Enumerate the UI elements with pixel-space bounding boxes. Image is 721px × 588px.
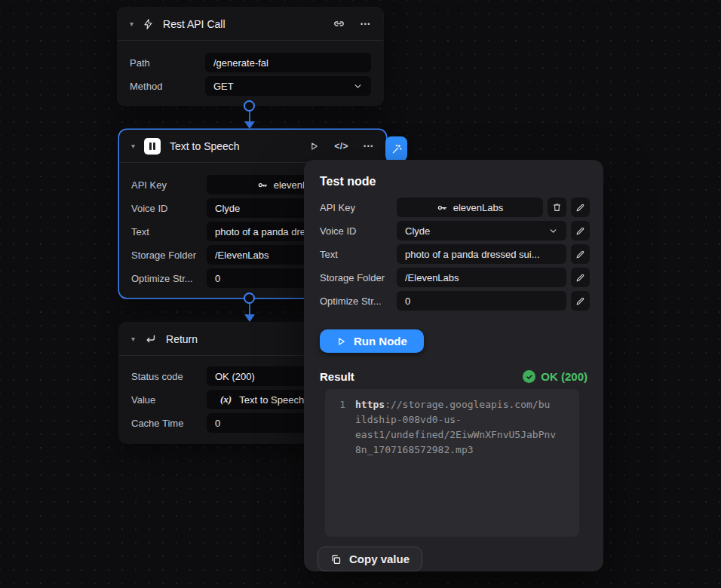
more-options-icon[interactable]: ••• (360, 20, 371, 28)
collapse-caret-icon[interactable]: ▾ (131, 335, 135, 343)
url-rest: ://storage.googleapis.com/buildship-008v… (355, 399, 556, 455)
trash-icon (552, 202, 562, 213)
path-label: Path (130, 57, 205, 69)
status-badge: OK (200) (523, 370, 588, 383)
test-node-panel: Test node API Key elevenLabs Voice ID Cl… (304, 160, 603, 571)
run-node-button[interactable]: Run Node (320, 329, 424, 353)
path-value: /generate-fal (213, 57, 363, 69)
edge-tts-to-return (249, 303, 250, 315)
workflow-canvas[interactable]: ▾ Rest API Call ••• Path /generate-fal M… (0, 0, 721, 588)
output-port-rest-api[interactable] (244, 100, 255, 112)
text-input[interactable]: photo of a panda dressed sui... (397, 244, 566, 264)
result-output[interactable]: 1 https://storage.googleapis.com/buildsh… (325, 389, 579, 537)
code-icon[interactable]: </> (334, 141, 348, 152)
more-options-icon[interactable]: ••• (364, 142, 374, 150)
result-label: Result (320, 370, 354, 383)
node-tts-actions: </> ••• (309, 141, 374, 152)
lightning-icon (143, 18, 154, 30)
magic-wand-button[interactable] (385, 136, 407, 161)
variable-icon: (x) (220, 394, 232, 406)
line-number: 1 (334, 397, 345, 528)
panel-title: Test node (320, 175, 590, 188)
voice-id-value: Clyde (405, 225, 543, 237)
magic-wand-icon (391, 143, 403, 155)
api-key-chip[interactable]: elevenLabs (397, 198, 543, 217)
edge-rest-to-tts-arrowhead (244, 121, 255, 129)
link-icon[interactable] (333, 17, 345, 30)
return-arrow-icon (144, 332, 157, 345)
field-row-method: Method GET (130, 76, 371, 96)
text-label: Text (131, 226, 207, 237)
delete-api-key-button[interactable] (548, 198, 566, 217)
check-circle-icon (523, 370, 535, 383)
field-row-path: Path /generate-fal (130, 53, 371, 72)
node-tts-header: ▾ Text to Speech </> ••• (119, 130, 386, 163)
optimize-streaming-label: Optimize Str... (320, 296, 392, 307)
panel-row-voice-id: Voice ID Clyde (318, 221, 590, 240)
edit-optimize-streaming-button[interactable] (571, 291, 590, 311)
panel-row-optimize-streaming: Optimize Str... 0 (318, 291, 590, 311)
node-rest-api-call[interactable]: ▾ Rest API Call ••• Path /generate-fal M… (118, 8, 383, 106)
method-value: GET (213, 81, 348, 92)
node-rest-api-actions: ••• (333, 17, 371, 30)
result-header: Result OK (200) (320, 370, 588, 383)
panel-row-text: Text photo of a panda dressed sui... (318, 244, 590, 264)
api-key-label: API Key (131, 179, 207, 191)
method-select[interactable]: GET (205, 76, 371, 96)
api-key-value: elevenLabs (453, 202, 504, 213)
key-icon (257, 179, 268, 191)
optimize-streaming-input[interactable]: 0 (397, 291, 566, 311)
play-icon (336, 336, 346, 347)
pencil-icon (575, 250, 585, 259)
node-title: Text to Speech (170, 140, 240, 152)
chevron-down-icon (548, 226, 558, 236)
key-icon (437, 202, 448, 213)
panel-row-api-key: API Key elevenLabs (318, 198, 590, 217)
status-code-label: Status code (131, 371, 207, 382)
storage-folder-label: Storage Folder (131, 250, 207, 261)
voice-id-label: Voice ID (320, 225, 392, 237)
copy-value-button[interactable]: Copy value (318, 547, 422, 571)
pencil-icon (575, 296, 585, 306)
pencil-icon (575, 273, 585, 283)
collapse-caret-icon[interactable]: ▾ (130, 20, 133, 28)
pencil-icon (575, 226, 585, 236)
optimize-streaming-label: Optimize Str... (131, 273, 207, 284)
edit-storage-folder-button[interactable] (571, 268, 590, 287)
text-label: Text (320, 249, 392, 260)
method-label: Method (130, 81, 205, 92)
result-url: https://storage.googleapis.com/buildship… (355, 397, 556, 528)
chevron-down-icon (353, 81, 363, 91)
text-value: photo of a panda dressed sui... (405, 249, 558, 260)
value-label: Value (131, 394, 207, 406)
storage-folder-input[interactable]: /ElevenLabs (397, 268, 566, 287)
url-scheme: https (355, 399, 385, 410)
api-key-label: API Key (320, 202, 392, 213)
pause-icon (144, 138, 161, 155)
storage-folder-value: /ElevenLabs (405, 272, 558, 283)
node-title: Rest API Call (163, 18, 225, 30)
edit-text-button[interactable] (571, 244, 590, 264)
pencil-icon (575, 203, 585, 213)
edit-voice-id-button[interactable] (571, 221, 590, 240)
node-rest-api-body: Path /generate-fal Method GET (118, 41, 383, 107)
collapse-caret-icon[interactable]: ▾ (131, 142, 135, 150)
optimize-streaming-value: 0 (405, 296, 558, 307)
panel-row-storage-folder: Storage Folder /ElevenLabs (318, 268, 590, 287)
play-icon[interactable] (309, 141, 319, 152)
node-title: Return (166, 333, 198, 345)
edge-tts-to-return-arrowhead (244, 314, 255, 322)
edit-api-key-button[interactable] (571, 198, 590, 217)
copy-value-label: Copy value (349, 553, 410, 565)
output-port-text-to-speech[interactable] (244, 292, 255, 304)
run-node-label: Run Node (354, 335, 407, 348)
node-rest-api-header: ▾ Rest API Call ••• (118, 8, 383, 41)
cache-time-label: Cache Time (131, 418, 207, 429)
voice-id-label: Voice ID (131, 203, 207, 214)
copy-icon (330, 553, 342, 565)
voice-id-select[interactable]: Clyde (397, 221, 566, 240)
storage-folder-label: Storage Folder (320, 272, 392, 283)
status-text: OK (200) (541, 370, 588, 383)
path-input[interactable]: /generate-fal (205, 53, 371, 72)
